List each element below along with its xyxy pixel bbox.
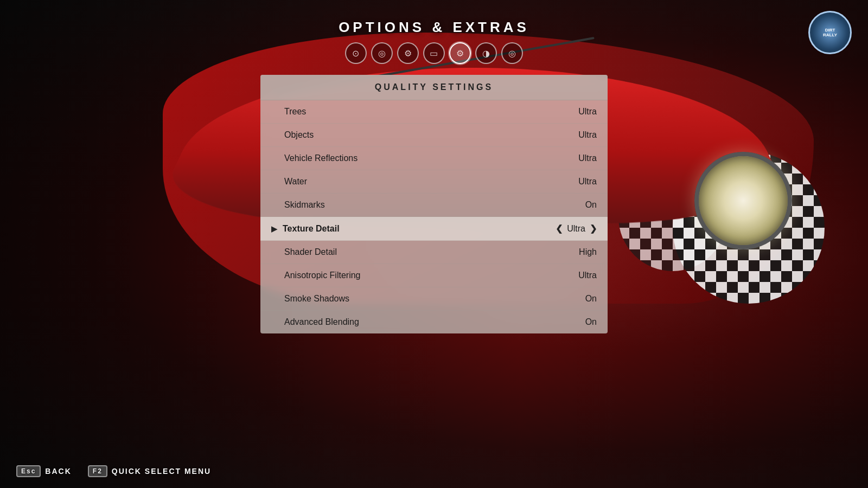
settings-item[interactable]: Vehicle ReflectionsUltra	[260, 147, 608, 170]
gamepad-icon[interactable]: ⊙	[345, 42, 367, 64]
setting-value: Ultra	[578, 271, 597, 280]
panel-title: QUALITY SETTINGS	[260, 75, 608, 100]
settings-item[interactable]: ▶Texture Detail ❮ Ultra ❯	[260, 217, 608, 241]
settings-icon[interactable]: ⚙	[397, 42, 419, 64]
setting-label: Skidmarks	[284, 200, 585, 210]
settings-item[interactable]: WaterUltra	[260, 170, 608, 194]
settings-list: TreesUltraObjectsUltraVehicle Reflection…	[260, 100, 608, 333]
setting-value: On	[585, 294, 597, 304]
quality-icon[interactable]: ⚙	[449, 42, 471, 64]
nav-left-arrow[interactable]: ❮	[556, 223, 563, 234]
setting-label: Shader Detail	[284, 247, 579, 257]
setting-value: ❮ Ultra ❯	[556, 223, 597, 234]
settings-item[interactable]: SkidmarksOn	[260, 194, 608, 217]
setting-label: Anisotropic Filtering	[284, 271, 578, 280]
setting-label: Texture Detail	[283, 224, 556, 234]
setting-label: Trees	[284, 107, 578, 117]
setting-label: Advanced Blending	[284, 317, 585, 327]
settings-item[interactable]: ObjectsUltra	[260, 124, 608, 147]
button-label: QUICK SELECT MENU	[112, 467, 211, 476]
key-badge: F2	[88, 465, 107, 477]
setting-value: Ultra	[578, 130, 597, 140]
nav-right-arrow[interactable]: ❯	[590, 223, 597, 234]
setting-label: Water	[284, 177, 578, 187]
main-content: OPTIONS & EXTRAS ⊙◎⚙▭⚙◑◎ QUALITY SETTING…	[0, 0, 868, 488]
setting-label: Smoke Shadows	[284, 294, 585, 304]
setting-value: On	[585, 317, 597, 327]
setting-value: High	[579, 247, 597, 257]
settings-item[interactable]: Smoke ShadowsOn	[260, 287, 608, 311]
display-icon[interactable]: ▭	[423, 42, 445, 64]
setting-label: Vehicle Reflections	[284, 153, 578, 163]
extras-icon[interactable]: ◎	[501, 42, 523, 64]
setting-value: Ultra	[578, 177, 597, 187]
bottom-button[interactable]: Esc BACK	[16, 465, 72, 477]
setting-value: On	[585, 200, 597, 210]
setting-value: Ultra	[578, 107, 597, 117]
page-title: OPTIONS & EXTRAS	[339, 19, 529, 36]
settings-item[interactable]: TreesUltra	[260, 100, 608, 124]
settings-item[interactable]: Anisotropic FilteringUltra	[260, 264, 608, 287]
settings-item[interactable]: Shader DetailHigh	[260, 241, 608, 264]
settings-panel: QUALITY SETTINGS TreesUltraObjectsUltraV…	[260, 75, 608, 333]
setting-value-text: Ultra	[567, 224, 585, 234]
nav-icon-bar: ⊙◎⚙▭⚙◑◎	[345, 42, 523, 64]
selected-arrow-icon: ▶	[271, 224, 277, 233]
setting-label: Objects	[284, 130, 578, 140]
settings-item[interactable]: Advanced BlendingOn	[260, 311, 608, 333]
audio-icon[interactable]: ◑	[475, 42, 497, 64]
controller-icon[interactable]: ◎	[371, 42, 393, 64]
key-badge: Esc	[16, 465, 41, 477]
bottom-button[interactable]: F2 QUICK SELECT MENU	[88, 465, 211, 477]
bottom-bar: Esc BACKF2 QUICK SELECT MENU	[16, 465, 211, 477]
header: OPTIONS & EXTRAS ⊙◎⚙▭⚙◑◎	[339, 19, 529, 64]
button-label: BACK	[45, 467, 71, 476]
setting-value: Ultra	[578, 153, 597, 163]
